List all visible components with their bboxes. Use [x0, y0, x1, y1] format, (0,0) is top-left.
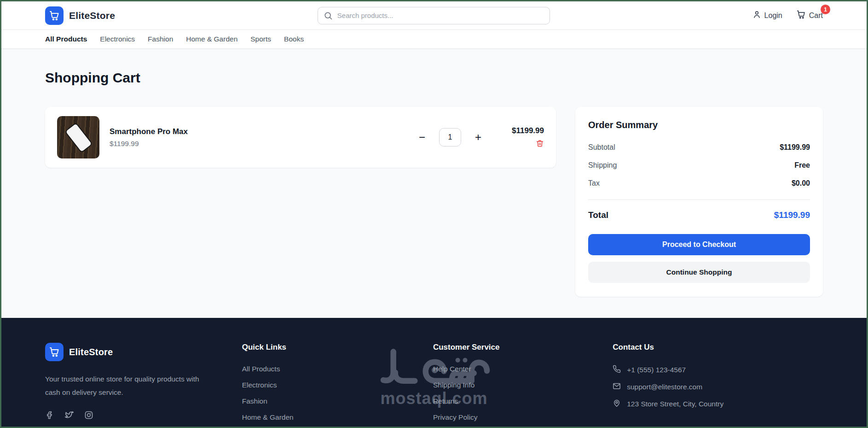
footer-link-electronics[interactable]: Electronics [242, 381, 277, 389]
footer-quick-links-column: Quick Links All Products Electronics Fas… [242, 343, 433, 427]
contact-phone-text: +1 (555) 123-4567 [627, 366, 686, 374]
footer: mostaql.com EliteStore Your trusted onli… [1, 318, 867, 427]
order-summary-title: Order Summary [588, 120, 810, 130]
quick-links-title: Quick Links [242, 343, 433, 352]
footer-link-all-products[interactable]: All Products [242, 365, 280, 373]
phone-icon [613, 365, 621, 375]
summary-row-subtotal: Subtotal $1199.99 [588, 143, 810, 152]
footer-link-returns[interactable]: Returns [433, 397, 458, 405]
summary-row-tax: Tax $0.00 [588, 179, 810, 188]
cart-items-card: Smartphone Pro Max $1199.99 − + $1199.99 [45, 107, 556, 168]
continue-shopping-button[interactable]: Continue Shopping [588, 262, 810, 283]
cart-logo-icon [45, 343, 64, 361]
product-image [57, 116, 99, 158]
subtotal-label: Subtotal [588, 143, 615, 152]
search-input[interactable] [318, 7, 550, 24]
total-value: $1199.99 [774, 210, 810, 220]
quantity-controls: − + [417, 128, 483, 147]
footer-link-fashion[interactable]: Fashion [242, 397, 267, 405]
twitter-icon[interactable] [64, 410, 74, 422]
quantity-decrease-button[interactable]: − [417, 130, 427, 145]
customer-service-title: Customer Service [433, 343, 613, 352]
footer-link-shipping-info[interactable]: Shipping Info [433, 381, 475, 389]
brand-name: EliteStore [69, 10, 115, 21]
nav-item-electronics[interactable]: Electronics [100, 35, 135, 43]
summary-row-shipping: Shipping Free [588, 161, 810, 170]
subtotal-value: $1199.99 [780, 143, 810, 152]
quantity-input[interactable] [439, 128, 461, 147]
contact-address-row: 123 Store Street, City, Country [613, 399, 823, 409]
cart-count-badge: 1 [821, 5, 830, 14]
contact-phone-row: +1 (555) 123-4567 [613, 365, 823, 375]
cart-item-row: Smartphone Pro Max $1199.99 − + $1199.99 [57, 116, 544, 158]
user-icon [752, 10, 761, 21]
contact-us-title: Contact Us [613, 343, 823, 352]
location-icon [613, 399, 621, 409]
cart-button[interactable]: Cart 1 [796, 10, 823, 21]
line-item-price: $1199.99 [512, 126, 544, 135]
footer-brand-column: EliteStore Your trusted online store for… [45, 343, 242, 427]
tax-value: $0.00 [792, 179, 810, 188]
login-label: Login [764, 12, 782, 20]
cart-icon [796, 10, 806, 21]
search-icon [324, 11, 333, 22]
nav-item-books[interactable]: Books [284, 35, 304, 43]
footer-contact-column: Contact Us +1 (555) 123-4567 [613, 343, 823, 427]
social-links [45, 410, 242, 422]
page-title: Shopping Cart [45, 70, 823, 86]
total-label: Total [588, 210, 608, 220]
footer-customer-service-column: Customer Service Help Center Shipping In… [433, 343, 613, 427]
header-actions: Login Cart 1 [752, 10, 823, 21]
contact-address-text: 123 Store Street, City, Country [627, 400, 723, 408]
product-unit-price: $1199.99 [110, 140, 188, 148]
order-summary-card: Order Summary Subtotal $1199.99 Shipping… [575, 107, 823, 297]
summary-row-total: Total $1199.99 [588, 210, 810, 220]
footer-link-privacy-policy[interactable]: Privacy Policy [433, 413, 477, 421]
search-area [115, 7, 752, 24]
summary-divider [588, 199, 810, 200]
product-info: Smartphone Pro Max $1199.99 [110, 127, 188, 148]
instagram-icon[interactable] [84, 410, 93, 422]
footer-brand-name: EliteStore [69, 347, 113, 358]
smartphone-photo [64, 123, 93, 153]
login-button[interactable]: Login [752, 10, 782, 21]
category-nav: All Products Electronics Fashion Home & … [1, 30, 867, 49]
product-name: Smartphone Pro Max [110, 127, 188, 136]
main-content: Shopping Cart Smartphone Pro Max $1199.9… [1, 49, 867, 318]
page: EliteStore Login [0, 0, 868, 428]
proceed-to-checkout-button[interactable]: Proceed to Checkout [588, 234, 810, 255]
remove-item-button[interactable] [536, 139, 544, 149]
footer-link-home-garden[interactable]: Home & Garden [242, 413, 294, 421]
tax-label: Tax [588, 179, 600, 188]
header: EliteStore Login [1, 1, 867, 30]
shipping-label: Shipping [588, 161, 617, 170]
cart-logo-icon [45, 6, 64, 25]
footer-link-help-center[interactable]: Help Center [433, 365, 471, 373]
footer-description: Your trusted online store for quality pr… [45, 372, 211, 399]
quantity-increase-button[interactable]: + [473, 130, 483, 145]
nav-item-all-products[interactable]: All Products [45, 35, 87, 43]
facebook-icon[interactable] [45, 410, 54, 422]
shipping-value: Free [794, 161, 810, 170]
trash-icon [536, 142, 544, 149]
cart-label: Cart [809, 12, 823, 20]
footer-brand-logo[interactable]: EliteStore [45, 343, 242, 361]
contact-email-row: support@elitestore.com [613, 382, 823, 392]
contact-email-text: support@elitestore.com [627, 383, 702, 391]
nav-item-home-garden[interactable]: Home & Garden [186, 35, 237, 43]
brand-logo[interactable]: EliteStore [45, 6, 115, 25]
mail-icon [613, 382, 621, 392]
nav-item-fashion[interactable]: Fashion [148, 35, 173, 43]
nav-item-sports[interactable]: Sports [250, 35, 271, 43]
